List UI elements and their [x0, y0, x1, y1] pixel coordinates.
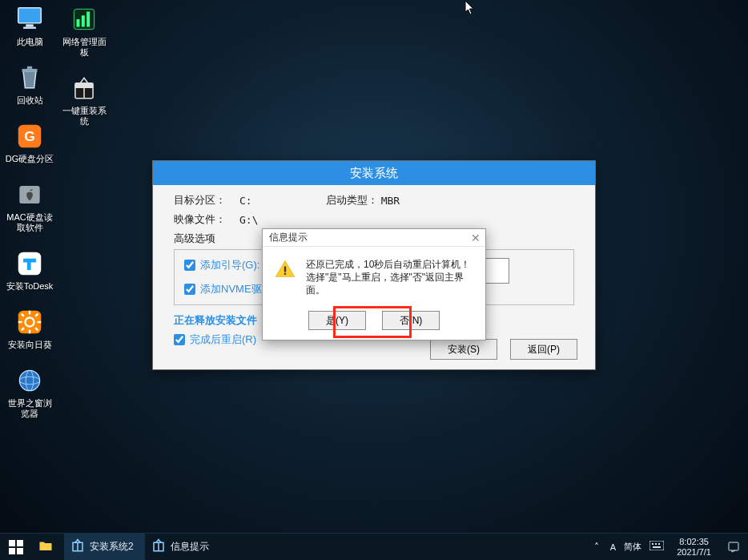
desktop-icon-label: 回收站: [17, 95, 43, 106]
check-add-boot-input[interactable]: [184, 260, 195, 271]
svg-rect-1: [26, 24, 34, 26]
clock-time: 8:02:35: [677, 537, 711, 547]
package-icon: [68, 72, 100, 104]
dialog-message-line2: 选择"是"马上重启，选择"否"返回主界面。: [306, 271, 474, 296]
desktop-icon-label: 网络管理面板: [59, 37, 109, 58]
dialog-titlebar[interactable]: 信息提示 ✕: [263, 229, 485, 247]
svg-rect-2: [23, 27, 36, 29]
svg-rect-34: [9, 548, 15, 554]
taskbar-item-label: 安装系统2: [90, 540, 134, 554]
desktop-icon-label: DG硬盘分区: [6, 154, 54, 164]
taskbar-file-explorer[interactable]: [32, 534, 64, 560]
desktop-icon-todesk[interactable]: 安装ToDesk: [5, 248, 54, 292]
installer-title: 安装系统: [350, 166, 398, 181]
todesk-app-icon: [14, 248, 46, 280]
globe-icon: [14, 365, 46, 397]
svg-rect-43: [658, 543, 660, 545]
monitor-icon: [14, 3, 46, 35]
taskbar-item-label: 信息提示: [171, 540, 209, 554]
svg-rect-0: [18, 8, 42, 23]
svg-rect-30: [284, 267, 286, 272]
svg-rect-24: [77, 19, 80, 27]
svg-rect-31: [284, 273, 286, 275]
desktop-icon-browser[interactable]: 世界之窗浏览器: [5, 365, 54, 419]
svg-rect-42: [655, 543, 657, 545]
image-file-value: G:\: [239, 214, 258, 226]
warning-icon: [274, 258, 296, 296]
taskbar: 安装系统2 信息提示 ˄ A 简体 8:02:35 2021/7/1: [0, 533, 748, 560]
notification-icon[interactable]: [724, 534, 743, 560]
desktop-icon-label: 安装向日葵: [8, 340, 52, 350]
yes-button[interactable]: 是(Y): [308, 311, 366, 330]
check-restart-after-input[interactable]: [174, 334, 185, 345]
svg-rect-3: [22, 69, 38, 72]
dialog-title: 信息提示: [269, 231, 308, 244]
ime-indicator-lang[interactable]: 简体: [624, 541, 641, 553]
check-restart-after-label: 完成后重启(R): [190, 332, 256, 347]
system-tray: ˄ A 简体 8:02:35 2021/7/1: [591, 534, 748, 560]
svg-rect-4: [27, 66, 32, 69]
check-add-boot-label: 添加引导(G):: [200, 258, 259, 272]
desktop-icon-label: 此电脑: [17, 37, 43, 47]
back-button[interactable]: 返回(P): [510, 339, 577, 360]
dashboard-icon: [68, 3, 100, 35]
check-add-nvme-input[interactable]: [184, 284, 195, 295]
no-button[interactable]: 否(N): [382, 311, 440, 330]
svg-text:G: G: [24, 128, 35, 144]
desktop-icon-this-pc[interactable]: 此电脑: [5, 3, 54, 47]
folder-icon: [38, 538, 53, 555]
desktop-icon-label: 一键重装系统: [59, 106, 109, 127]
svg-rect-40: [649, 541, 664, 550]
close-icon[interactable]: ✕: [471, 232, 481, 244]
svg-rect-45: [729, 542, 738, 550]
package-icon: [151, 538, 166, 555]
svg-rect-25: [82, 15, 85, 26]
taskbar-item-install-system[interactable]: 安装系统2: [64, 534, 145, 560]
dialog-message: 还原已完成，10秒后自动重启计算机！ 选择"是"马上重启，选择"否"返回主界面。: [306, 258, 474, 296]
image-file-label: 映像文件：: [174, 212, 236, 227]
check-add-nvme-label: 添加NVME驱: [200, 282, 262, 296]
keyboard-icon[interactable]: [649, 541, 664, 553]
desktop-icon-label: 安装ToDesk: [6, 281, 54, 292]
info-dialog: 信息提示 ✕ 还原已完成，10秒后自动重启计算机！ 选择"是"马上重启，选择"否…: [262, 228, 486, 340]
svg-rect-41: [652, 543, 653, 545]
svg-rect-26: [86, 12, 90, 27]
desktop-icon-sunflower[interactable]: 安装向日葵: [5, 306, 54, 350]
start-button[interactable]: [0, 534, 32, 560]
desktop-icon-label: 世界之窗浏览器: [5, 398, 54, 419]
clock-date: 2021/7/1: [677, 547, 711, 558]
chevron-up-icon[interactable]: ˄: [591, 542, 602, 553]
svg-rect-44: [653, 546, 661, 548]
taskbar-clock[interactable]: 8:02:35 2021/7/1: [672, 537, 716, 558]
desktop-icon-net-panel[interactable]: 网络管理面板: [59, 3, 109, 58]
taskbar-item-info-prompt[interactable]: 信息提示: [145, 534, 220, 560]
mac-disk-icon: [14, 179, 46, 211]
boot-type-label: 启动类型：: [326, 193, 378, 207]
ime-indicator-a[interactable]: A: [610, 542, 616, 552]
partition-app-icon: G: [14, 120, 46, 152]
installer-titlebar[interactable]: 安装系统: [153, 161, 595, 185]
desktop-icon-recycle-bin[interactable]: 回收站: [5, 62, 54, 106]
desktop-icon-label: MAC硬盘读取软件: [5, 212, 54, 233]
desktop-icon-dg-partition[interactable]: G DG硬盘分区: [5, 120, 54, 164]
desktop-icon-reinstall[interactable]: 一键重装系统: [59, 72, 109, 127]
svg-rect-35: [17, 548, 23, 554]
svg-rect-33: [17, 540, 23, 546]
target-partition-value: C:: [239, 195, 252, 207]
install-button[interactable]: 安装(S): [430, 339, 497, 360]
sunflower-app-icon: [14, 306, 46, 338]
boot-type-value: MBR: [381, 195, 400, 207]
desktop-icon-mac-disk[interactable]: MAC硬盘读取软件: [5, 179, 54, 233]
dialog-message-line1: 还原已完成，10秒后自动重启计算机！: [306, 258, 474, 271]
trash-icon: [14, 62, 46, 94]
svg-rect-32: [9, 540, 15, 546]
target-partition-label: 目标分区：: [174, 193, 236, 207]
package-icon: [70, 538, 85, 555]
